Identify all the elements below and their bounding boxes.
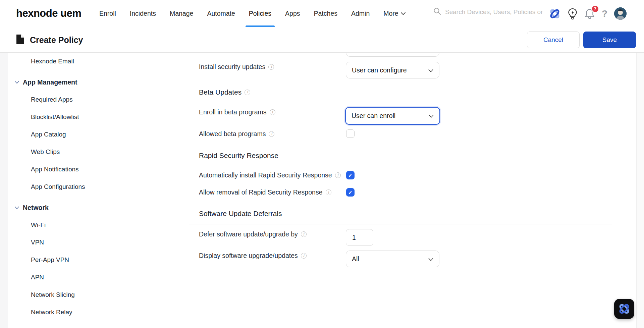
nav-item-patches[interactable]: Patches <box>314 0 337 27</box>
whats-new-bulb-icon[interactable] <box>568 8 578 19</box>
install-security-updates-select[interactable]: User can configure <box>346 62 439 78</box>
left-gutter <box>0 53 8 328</box>
clipped-select-above[interactable] <box>346 53 439 57</box>
enroll-beta-programs-select[interactable]: User can enroll <box>345 107 440 125</box>
sidebar-item-required-apps[interactable]: Required Apps <box>8 91 168 108</box>
sidebar-item-network-slicing[interactable]: Network Slicing <box>8 286 168 304</box>
info-icon[interactable] <box>268 64 274 70</box>
right-gutter <box>636 53 644 328</box>
sidebar-item-app-notifications[interactable]: App Notifications <box>8 161 168 178</box>
install-security-updates-label: Install security updates <box>199 63 274 71</box>
auto-install-rsr-checkbox[interactable] <box>346 171 355 179</box>
top-navbar: hexnode uem Enroll Incidents Manage Auto… <box>0 0 644 27</box>
sidebar-group-app-management[interactable]: App Management <box>8 73 168 91</box>
nav-item-enroll[interactable]: Enroll <box>99 0 116 27</box>
global-search <box>433 7 544 16</box>
info-icon[interactable] <box>301 253 307 259</box>
nav-item-apps[interactable]: Apps <box>285 0 300 27</box>
main-nav: Enroll Incidents Manage Automate Policie… <box>99 0 406 27</box>
defer-software-update-label: Defer software update/upgrade by <box>199 230 307 238</box>
sidebar-item-blocklist-allowlist[interactable]: Blocklist/Allowlist <box>8 108 168 126</box>
search-icon <box>433 7 441 16</box>
sidebar-item-vpn[interactable]: VPN <box>8 234 168 251</box>
page-title: Create Policy <box>30 35 83 45</box>
sidebar-item-app-configurations[interactable]: App Configurations <box>8 178 168 196</box>
display-software-upgrade-label: Display software upgrade/updates <box>199 252 307 260</box>
search-input[interactable] <box>445 8 544 16</box>
hexnode-knot-icon <box>618 302 631 316</box>
nav-item-manage[interactable]: Manage <box>170 0 193 27</box>
defer-days-input[interactable] <box>346 229 373 246</box>
select-value: User can configure <box>352 66 407 74</box>
sidebar-group-label: Network <box>23 204 49 212</box>
select-value: All <box>352 255 359 263</box>
display-software-upgrade-select[interactable]: All <box>346 251 439 267</box>
notification-count-badge: 7 <box>591 5 599 13</box>
section-divider <box>189 224 612 224</box>
nav-item-automate[interactable]: Automate <box>207 0 235 27</box>
sidebar-item-hexnode-email[interactable]: Hexnode Email <box>8 53 168 70</box>
chevron-down-icon <box>15 81 19 84</box>
chevron-down-icon <box>428 66 433 74</box>
info-icon[interactable] <box>326 189 331 195</box>
sidebar-group-network[interactable]: Network <box>8 199 168 216</box>
info-icon[interactable] <box>335 172 341 178</box>
help-icon[interactable]: ? <box>602 8 607 19</box>
section-divider <box>189 164 612 164</box>
enroll-beta-programs-label: Enroll in beta programs <box>199 108 275 116</box>
allowed-beta-programs-checkbox[interactable] <box>346 129 355 138</box>
chevron-down-icon <box>401 12 406 15</box>
hexnode-logo[interactable]: hexnode uem <box>16 7 81 19</box>
nav-item-incidents[interactable]: Incidents <box>130 0 156 27</box>
info-icon[interactable] <box>245 90 250 95</box>
policy-settings-panel: Install security updates User can config… <box>168 53 636 328</box>
save-button[interactable]: Save <box>583 32 636 48</box>
sidebar-item-app-catalog[interactable]: App Catalog <box>8 126 168 143</box>
sidebar-item-per-app-vpn[interactable]: Per-App VPN <box>8 251 168 269</box>
info-icon[interactable] <box>270 109 275 115</box>
section-divider <box>189 101 612 101</box>
info-icon[interactable] <box>301 231 307 237</box>
sidebar-item-network-relay[interactable]: Network Relay <box>8 304 168 321</box>
allow-removal-rsr-label: Allow removal of Rapid Security Response <box>199 188 331 196</box>
auto-install-rsr-label: Automatically install Rapid Security Res… <box>199 171 341 179</box>
sidebar-item-web-clips[interactable]: Web Clips <box>8 143 168 161</box>
notifications-bell-icon[interactable]: 7 <box>584 8 595 19</box>
sidebar-group-security[interactable]: Security <box>8 324 168 328</box>
hexnode-chat-widget-button[interactable] <box>614 299 634 319</box>
allow-removal-rsr-checkbox[interactable] <box>346 188 355 197</box>
navbar-icon-cluster: 7 ? <box>549 0 627 27</box>
allowed-beta-programs-label: Allowed beta programs <box>199 130 274 138</box>
user-avatar[interactable] <box>614 7 627 20</box>
policy-sections-sidebar: Hexnode Email App Management Required Ap… <box>8 53 168 328</box>
chevron-down-icon <box>429 112 434 120</box>
info-icon[interactable] <box>269 131 274 137</box>
sidebar-item-apn[interactable]: APN <box>8 269 168 286</box>
hexnode-assist-icon[interactable] <box>549 8 561 20</box>
nav-item-admin[interactable]: Admin <box>351 0 370 27</box>
chevron-down-icon <box>15 206 19 209</box>
sidebar-item-wifi[interactable]: Wi-Fi <box>8 216 168 234</box>
nav-item-policies[interactable]: Policies <box>249 0 271 27</box>
beta-updates-section-title: Beta Updates <box>199 88 250 96</box>
chevron-down-icon <box>428 255 433 263</box>
software-update-deferrals-section-title: Software Update Deferrals <box>199 210 282 218</box>
rapid-security-response-section-title: Rapid Security Response <box>199 152 278 160</box>
select-value: User can enroll <box>352 112 395 120</box>
create-policy-header: Create Policy Cancel Save <box>0 27 644 53</box>
nav-item-more-label: More <box>383 10 398 17</box>
nav-item-more[interactable]: More <box>383 0 405 27</box>
cancel-button[interactable]: Cancel <box>527 32 580 48</box>
sidebar-group-label: App Management <box>23 78 77 86</box>
policy-document-icon <box>16 34 24 46</box>
